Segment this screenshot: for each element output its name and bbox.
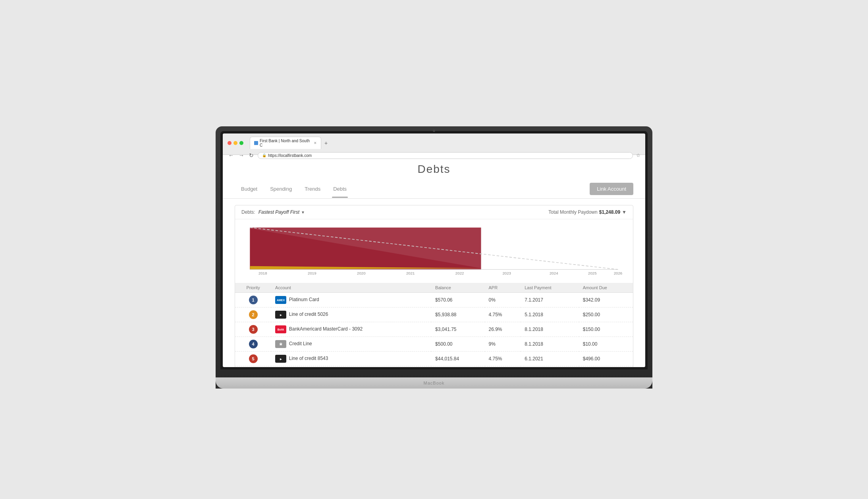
monthly-paydown-amount: $1,248.09 [599,209,620,215]
svg-text:2022: 2022 [455,271,464,275]
back-button[interactable]: ← [228,151,235,159]
priority-cell: 3 [235,322,271,337]
laptop-base [216,377,652,389]
balance-cell: $570.06 [431,293,484,308]
debt-chart: 2018 2019 2020 2021 2022 2023 2024 2025 … [241,223,627,279]
priority-cell: ✔ [235,366,271,367]
browser-tab[interactable]: First Bank | North and South C ✕ [250,137,321,149]
browser-titlebar: First Bank | North and South C ✕ + [223,133,645,151]
page-content: Debts Budget Spending Trends Debts Link … [223,155,645,367]
browser-toolbar: ← → ↻ 🔒 https://localfirstbank.com ☆ [223,151,645,162]
monthly-paydown-label: Total Monthly Paydown [548,209,597,215]
payoff-selector[interactable]: Fastest Payoff First ▼ [258,209,305,215]
svg-text:2019: 2019 [308,271,316,275]
monthly-paydown: Total Monthly Paydown $1,248.09 ▼ [548,209,627,215]
priority-badge: 4 [249,340,258,348]
table-row: ✔ ▶ Line of credit 6557 $0.00 0% N/A [235,366,633,367]
last-payment-cell: 8.1.2018 [521,337,579,352]
account-cell: 🏛 Credit Line [271,337,431,352]
balance-cell: $5,938.88 [431,308,484,322]
nav-tabs: Budget Spending Trends Debts Link Accoun… [223,180,645,199]
apr-cell: 4.75% [485,308,521,322]
apr-cell: 4.75% [485,352,521,366]
tab-spending[interactable]: Spending [264,184,298,194]
tl-red[interactable] [228,141,231,145]
tl-green[interactable] [239,141,243,145]
priority-cell: 1 [235,293,271,308]
forward-button[interactable]: → [238,151,245,159]
debts-panel-header: Debts: Fastest Payoff First ▼ Total Mont… [235,205,633,219]
last-payment-cell: 7.1.2017 [521,293,579,308]
svg-text:2020: 2020 [357,271,366,275]
tab-budget[interactable]: Budget [235,184,264,194]
browser-chrome: First Bank | North and South C ✕ + ← → ↻… [223,133,645,155]
bookmark-button[interactable]: ☆ [636,153,640,158]
svg-text:2024: 2024 [550,271,558,275]
table-row: 2 ▶ Line of credit 5026 $5,938.88 4.75% … [235,308,633,322]
balance-cell: $0.00 [431,366,484,367]
priority-cell: 5 [235,352,271,366]
tab-debts[interactable]: Debts [327,184,353,194]
svg-text:2026: 2026 [614,271,623,275]
amount-due-cell: $0.00 [579,366,633,367]
bank-logo: ▶ [275,355,286,363]
amount-due-cell: $342.09 [579,293,633,308]
table-header: Priority Account Balance APR Last Paymen… [235,283,633,293]
page-title: Debts [223,163,645,176]
tl-yellow[interactable] [233,141,237,145]
account-name: Line of credit 5026 [289,311,328,317]
refresh-button[interactable]: ↻ [248,151,255,159]
tab-title: First Bank | North and South C [260,139,311,147]
col-apr: APR [485,283,521,293]
laptop-wrapper: First Bank | North and South C ✕ + ← → ↻… [216,110,652,389]
svg-text:2021: 2021 [406,271,415,275]
account-name: Line of credit 8543 [289,356,328,361]
balance-cell: $3,041.75 [431,322,484,337]
screen: First Bank | North and South C ✕ + ← → ↻… [223,133,645,367]
apr-cell: 9% [485,337,521,352]
new-tab-button[interactable]: + [322,139,330,147]
apr-cell: 0% [485,366,521,367]
laptop-body: First Bank | North and South C ✕ + ← → ↻… [216,126,652,389]
amount-due-cell: $150.00 [579,322,633,337]
priority-badge: 2 [249,310,258,319]
balance-cell: $44,015.84 [431,352,484,366]
tab-close-icon[interactable]: ✕ [314,141,317,145]
last-payment-cell: N/A [521,366,579,367]
table-row: 5 ▶ Line of credit 8543 $44,015.84 4.75%… [235,352,633,366]
priority-cell: 2 [235,308,271,322]
amount-due-cell: $496.00 [579,352,633,366]
screen-bezel: First Bank | North and South C ✕ + ← → ↻… [220,131,648,369]
address-bar[interactable]: 🔒 https://localfirstbank.com [258,152,633,159]
last-payment-cell: 5.1.2018 [521,308,579,322]
table-row: 4 🏛 Credit Line $500.00 9% 8.1.2018 [235,337,633,352]
account-cell: ▶ Line of credit 6557 [271,366,431,367]
table-body: 1 AMEX Platinum Card $570.06 0% 7.1.2017 [235,293,633,367]
bank-logo: 🏛 [275,340,286,348]
col-account: Account [271,283,431,293]
paydown-dropdown-icon[interactable]: ▼ [622,209,627,215]
amount-due-cell: $250.00 [579,308,633,322]
svg-text:2018: 2018 [258,271,267,275]
priority-cell: 4 [235,337,271,352]
debts-panel: Debts: Fastest Payoff First ▼ Total Mont… [235,205,633,367]
camera-dot [433,130,435,132]
bank-logo: AMEX [275,296,286,304]
table-row: 1 AMEX Platinum Card $570.06 0% 7.1.2017 [235,293,633,308]
last-payment-cell: 6.1.2021 [521,352,579,366]
tab-trends[interactable]: Trends [298,184,327,194]
link-account-button[interactable]: Link Account [590,183,633,195]
account-cell: AMEX Platinum Card [271,293,431,308]
account-name: Credit Line [289,341,312,346]
tab-bar: First Bank | North and South C ✕ + [250,137,330,149]
amount-due-cell: $10.00 [579,337,633,352]
debts-table: Priority Account Balance APR Last Paymen… [235,283,633,367]
priority-badge: 3 [249,325,258,334]
col-amount-due: Amount Due [579,283,633,293]
dropdown-icon: ▼ [301,210,305,215]
balance-cell: $500.00 [431,337,484,352]
traffic-lights [228,141,243,145]
account-cell: ▶ Line of credit 8543 [271,352,431,366]
debts-label: Debts: [241,209,255,215]
svg-text:2025: 2025 [588,271,597,275]
